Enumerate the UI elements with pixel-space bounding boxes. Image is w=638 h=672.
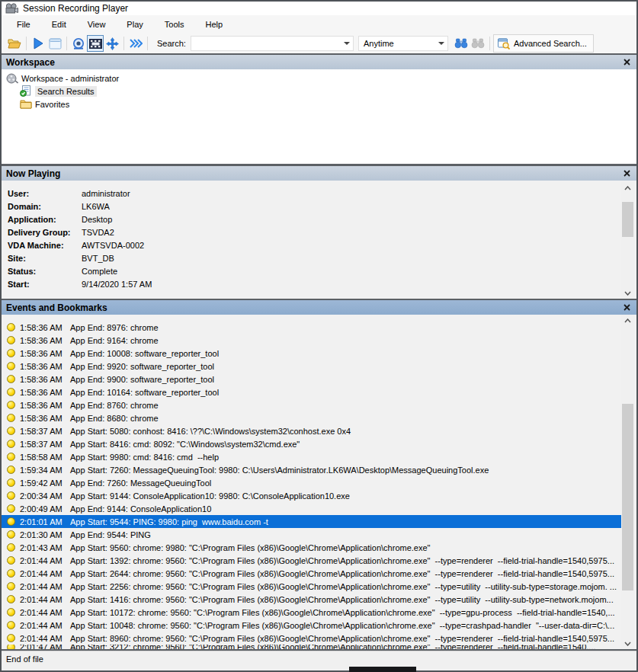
chevrons-icon[interactable]: [127, 35, 144, 52]
scrollbar-thumb[interactable]: [622, 202, 633, 237]
toolbar-separator: [123, 37, 124, 50]
event-bullet-icon: [7, 336, 15, 344]
time-filter-value: Anytime: [364, 39, 394, 48]
tree-item-search-results[interactable]: Search Results: [2, 85, 636, 98]
event-row[interactable]: 2:01:01 AMApp Start: 9544: PING: 9980: p…: [2, 515, 621, 528]
pan-icon[interactable]: [104, 35, 120, 52]
event-text: App Start: 10048: chrome: 9560: "C:\Prog…: [70, 621, 614, 630]
tree-item-favorites[interactable]: Favorites: [2, 98, 636, 110]
event-row[interactable]: 1:58:37 AMApp Start: 5080: conhost: 8416…: [2, 424, 621, 437]
event-bullet-icon: [7, 466, 15, 474]
event-bullet-icon: [7, 362, 15, 370]
now-playing-field: Site:BVT_DB: [2, 251, 636, 264]
event-row[interactable]: 1:58:36 AMApp End: 9920: software_report…: [2, 360, 621, 373]
event-text: App Start: 2256: chrome: 9560: "C:\Progr…: [70, 582, 617, 591]
event-bullet-icon: [7, 569, 15, 578]
event-bullet-icon: [7, 427, 15, 435]
event-text: App Start: 9560: chrome: 9980: "C:\Progr…: [70, 543, 430, 552]
event-row[interactable]: 2:00:34 AMApp Start: 9144: ConsoleApplic…: [2, 489, 621, 502]
event-row[interactable]: 2:01:44 AMApp Start: 2644: chrome: 9560:…: [2, 567, 621, 580]
find-binoculars-icon[interactable]: [453, 35, 470, 52]
now-playing-fields: User:administratorDomain:LK6WAApplicatio…: [2, 181, 636, 305]
event-row[interactable]: 1:58:36 AMApp End: 9164: chrome: [2, 334, 621, 347]
event-row[interactable]: 2:01:44 AMApp Start: 8960: chrome: 9560:…: [2, 632, 621, 645]
now-playing-panel-header: Now Playing: [2, 166, 636, 181]
search-input[interactable]: [191, 36, 354, 51]
event-row[interactable]: 1:58:36 AMApp End: 8680: chrome: [2, 411, 621, 424]
event-text: App Start: 9980: cmd: 8416: cmd --help: [70, 453, 219, 462]
status-text: End of file: [6, 654, 43, 664]
event-row[interactable]: 1:58:36 AMApp End: 8976: chrome: [2, 321, 621, 334]
window-title: Session Recording Player: [23, 3, 128, 14]
tree-item-workspace-root[interactable]: Workspace - administrator: [2, 72, 636, 85]
event-row[interactable]: 2:01:43 AMApp Start: 9560: chrome: 9980:…: [2, 541, 621, 554]
close-icon[interactable]: [621, 57, 632, 68]
event-time: 1:58:36 AM: [20, 388, 68, 397]
play-icon[interactable]: [30, 35, 46, 52]
event-text: App End: 10008: software_reporter_tool: [70, 349, 219, 358]
events-scrollbar[interactable]: [621, 315, 634, 649]
event-time: 2:01:44 AM: [20, 621, 68, 630]
event-bullet-icon: [7, 621, 15, 629]
event-row[interactable]: 1:58:37 AMApp Start: 8416: cmd: 8092: "C…: [2, 437, 621, 450]
event-text: App End: 8680: chrome: [70, 414, 159, 423]
event-row[interactable]: 2:01:44 AMApp Start: 1392: chrome: 9560:…: [2, 554, 621, 567]
event-bullet-icon: [7, 401, 15, 409]
event-text: App Start: 2644: chrome: 9560: "C:\Progr…: [70, 569, 614, 578]
event-row[interactable]: 1:58:36 AMApp End: 8760: chrome: [2, 398, 621, 411]
event-row[interactable]: 2:01:44 AMApp Start: 1416: chrome: 9560:…: [2, 593, 621, 606]
menu-file[interactable]: File: [6, 18, 41, 31]
event-text: App Start: 8416: cmd: 8092: "C:\Windows\…: [70, 440, 300, 449]
field-label: VDA Machine:: [8, 241, 82, 250]
menu-edit[interactable]: Edit: [41, 18, 77, 31]
workspace-panel-title: Workspace: [6, 57, 55, 68]
event-text: App Start: 1416: chrome: 9560: "C:\Progr…: [70, 595, 614, 604]
event-time: 1:59:34 AM: [20, 466, 68, 475]
filmstrip-icon[interactable]: [87, 35, 104, 52]
now-playing-field: Domain:LK6WA: [2, 200, 636, 213]
field-value: AWTSVDA-0002: [82, 241, 144, 250]
toolbar: Search: Anytime: [2, 34, 636, 53]
open-folder-icon[interactable]: [6, 35, 23, 52]
scroll-down-icon[interactable]: [621, 638, 634, 649]
window-icon[interactable]: [46, 35, 63, 52]
event-time: 2:01:44 AM: [20, 556, 68, 565]
event-row[interactable]: 1:58:36 AMApp End: 9900: software_report…: [2, 373, 621, 386]
event-row[interactable]: 1:58:36 AMApp End: 10008: software_repor…: [2, 347, 621, 360]
menu-tools[interactable]: Tools: [154, 18, 195, 31]
event-bullet-icon: [7, 375, 15, 383]
event-bullet-icon: [7, 517, 15, 526]
scroll-up-icon[interactable]: [621, 315, 634, 326]
menu-play[interactable]: Play: [116, 18, 153, 31]
event-row[interactable]: 1:59:42 AMApp End: 7260: MessageQueuingT…: [2, 476, 621, 489]
scrollbar-thumb[interactable]: [622, 404, 633, 590]
event-row[interactable]: 2:00:49 AMApp End: 9144: ConsoleApplicat…: [2, 502, 621, 515]
search-results-icon: [20, 86, 32, 97]
tree-item-label: Workspace - administrator: [21, 74, 119, 83]
event-text: App End: 9164: chrome: [70, 336, 159, 345]
scroll-up-icon[interactable]: [621, 182, 634, 194]
event-row[interactable]: 1:58:58 AMApp Start: 9980: cmd: 8416: cm…: [2, 450, 621, 463]
event-row[interactable]: 1:59:34 AMApp Start: 7260: MessageQueuin…: [2, 463, 621, 476]
event-row[interactable]: 2:01:44 AMApp Start: 2256: chrome: 9560:…: [2, 580, 621, 593]
event-text: App Start: 1392: chrome: 9560: "C:\Progr…: [70, 556, 614, 565]
time-filter-select[interactable]: Anytime: [358, 36, 448, 51]
event-row[interactable]: 2:01:44 AMApp Start: 10172: chrome: 9560…: [2, 606, 621, 619]
scroll-down-icon[interactable]: [621, 287, 634, 299]
menu-view[interactable]: View: [77, 18, 117, 31]
event-bullet-icon: [7, 440, 15, 448]
event-row[interactable]: 2:01:44 AMApp Start: 10048: chrome: 9560…: [2, 619, 621, 632]
now-playing-scrollbar[interactable]: [621, 182, 634, 299]
menu-help[interactable]: Help: [194, 18, 233, 31]
status-bar: End of file: [2, 651, 636, 670]
advanced-search-button[interactable]: Advanced Search...: [493, 34, 594, 53]
field-label: Status:: [8, 267, 82, 276]
event-text: App End: 9900: software_reporter_tool: [70, 375, 214, 384]
events-panel-title: Events and Bookmarks: [6, 302, 107, 313]
close-icon[interactable]: [621, 168, 632, 179]
projector-icon[interactable]: [70, 35, 87, 52]
close-icon[interactable]: [621, 302, 632, 313]
event-row[interactable]: 2:01:30 AMApp End: 9544: PING: [2, 528, 621, 541]
event-row[interactable]: 1:58:36 AMApp End: 10164: software_repor…: [2, 386, 621, 398]
event-time: 1:58:36 AM: [20, 362, 68, 371]
